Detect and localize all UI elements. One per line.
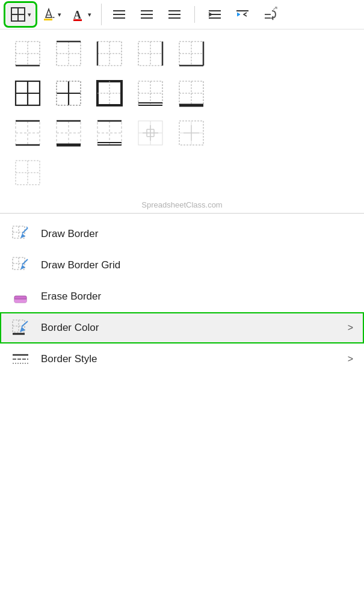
svg-rect-73 (97, 121, 122, 145)
top-bottom-border-cell[interactable] (10, 115, 46, 151)
align-center-button[interactable] (135, 4, 158, 25)
outside-borders-cell[interactable] (51, 75, 87, 111)
svg-marker-106 (20, 265, 25, 270)
border-color-icon (11, 318, 30, 337)
svg-line-101 (26, 227, 28, 228)
indent-left-icon (207, 7, 223, 22)
partial-border-cell[interactable] (10, 155, 46, 191)
erase-border-icon (11, 287, 30, 306)
indent-right-button[interactable] (231, 4, 254, 25)
no-border-grey-cell[interactable] (132, 115, 168, 151)
toolbar-divider (101, 4, 102, 25)
draw-border-grid-item[interactable]: Draw Border Grid (0, 250, 364, 281)
all-borders-cell[interactable] (10, 75, 46, 111)
draw-border-icon (11, 224, 30, 244)
border-color-arrow: > (348, 322, 353, 333)
font-color-button[interactable]: A ▾ (67, 4, 95, 25)
fill-color-button[interactable]: ▾ (37, 4, 65, 25)
border-none-cell[interactable] (173, 35, 209, 72)
erase-border-item[interactable]: Erase Border (0, 281, 364, 312)
border-style-arrow: > (348, 354, 353, 365)
thick-box-border-cell[interactable] (91, 75, 128, 111)
svg-rect-3 (44, 19, 52, 20)
top-double-bottom-border-cell[interactable] (91, 115, 128, 151)
fill-color-icon (41, 7, 57, 22)
wrap-button[interactable] (259, 4, 283, 25)
borders-dropdown-icon: ▾ (28, 11, 31, 19)
draw-border-label: Draw Border (41, 228, 353, 240)
indent-right-icon (235, 7, 250, 22)
align-center-icon (139, 7, 155, 22)
align-right-icon (167, 7, 182, 22)
svg-rect-68 (57, 121, 81, 145)
border-style-item[interactable]: Border Style > (0, 343, 364, 375)
thick-bottom-border-cell[interactable] (173, 75, 209, 111)
svg-rect-5 (73, 19, 82, 21)
toolbar-divider-2 (194, 6, 195, 23)
svg-rect-63 (16, 121, 40, 145)
border-style-icon (11, 350, 30, 369)
border-right-cell[interactable] (132, 35, 168, 72)
border-bottom-cell[interactable] (10, 35, 46, 72)
borders-button[interactable]: ▾ (6, 4, 35, 25)
align-left-icon (111, 7, 127, 22)
draw-border-grid-label: Draw Border Grid (41, 259, 353, 271)
indent-left-button[interactable] (203, 4, 226, 25)
draw-border-item[interactable]: Draw Border (0, 218, 364, 250)
svg-line-113 (22, 321, 28, 327)
outside-thin-cell[interactable] (173, 115, 209, 151)
align-right-button[interactable] (163, 4, 186, 25)
top-thick-bottom-border-cell[interactable] (51, 115, 87, 151)
border-color-label: Border Color (41, 322, 337, 334)
border-icons-grid (0, 29, 364, 197)
erase-border-label: Erase Border (41, 291, 353, 303)
wrap-icon (262, 6, 279, 23)
border-left-cell[interactable] (91, 35, 128, 72)
toolbar: ▾ ▾ A ▾ (0, 0, 364, 29)
border-color-item[interactable]: Border Color > (0, 312, 364, 343)
watermark: SpreadsheetClass.com (0, 197, 364, 214)
border-top-cell[interactable] (51, 35, 87, 72)
svg-rect-108 (14, 299, 26, 303)
border-menu-list: Draw Border Draw Border Grid Erase (0, 216, 364, 377)
watermark-text: SpreadsheetClass.com (141, 200, 222, 209)
borders-icon (10, 6, 26, 23)
alignment-group (108, 4, 283, 25)
draw-border-grid-icon (11, 256, 30, 275)
border-style-label: Border Style (41, 353, 337, 365)
font-color-icon: A (71, 7, 87, 22)
bottom-double-border-cell[interactable] (132, 75, 168, 111)
align-left-button[interactable] (108, 4, 131, 25)
font-color-dropdown-icon: ▾ (88, 11, 91, 19)
fill-dropdown-icon: ▾ (58, 11, 61, 19)
svg-marker-100 (20, 233, 25, 238)
